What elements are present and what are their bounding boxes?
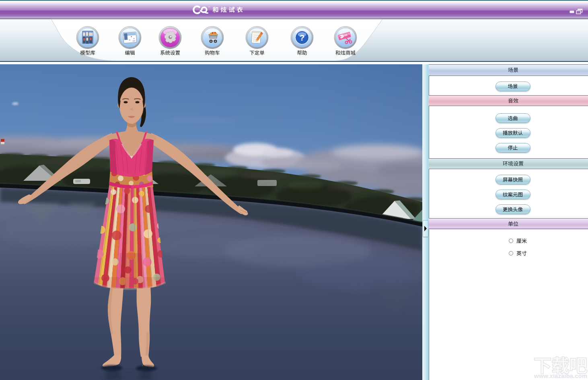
svg-text:www.xiazaiba.com: www.xiazaiba.com [534,372,587,379]
